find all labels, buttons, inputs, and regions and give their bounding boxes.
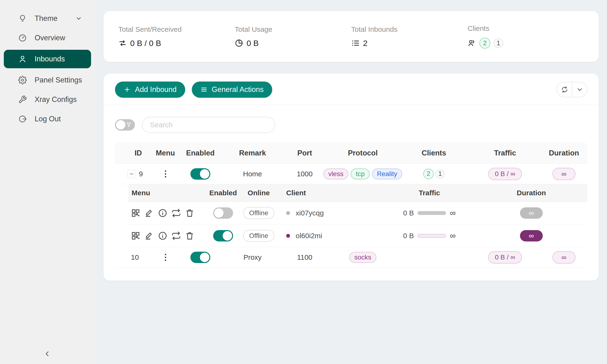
toolbar: Add Inbound General Actions	[104, 81, 599, 98]
client-row-ol60i2mi[interactable]: Offline ol60i2mi 0 B ∞ ∞	[128, 224, 587, 247]
dashboard-icon	[18, 34, 27, 42]
info-icon[interactable]	[158, 231, 168, 241]
toolbar-divider	[104, 105, 599, 105]
sidebar-collapse-button[interactable]	[43, 350, 52, 358]
list-icon	[351, 39, 360, 47]
search-row	[115, 117, 587, 133]
column-header-protocol: Protocol	[327, 149, 398, 157]
inbounds-card: Add Inbound General Actions	[104, 74, 599, 281]
traffic-progress-bar	[418, 211, 446, 215]
duration-pill: ∞	[553, 168, 575, 180]
stat-total-usage: Total Usage 0 B	[235, 25, 351, 48]
toggle-knob	[223, 231, 232, 241]
filter-toggle[interactable]	[115, 119, 135, 130]
users-icon	[468, 39, 476, 47]
client-name: ol60i2mi	[296, 232, 322, 240]
sidebar-item-label: Theme	[35, 14, 57, 23]
sidebar-item-overview[interactable]: Overview	[4, 30, 91, 46]
inbound-table-header: ID Menu Enabled Remark Port Protocol Cli…	[115, 143, 587, 164]
reset-traffic-icon[interactable]	[171, 208, 181, 218]
traffic-cap: ∞	[450, 208, 455, 218]
client-status-dot	[286, 211, 290, 215]
client-enabled-toggle[interactable]	[213, 207, 233, 219]
sidebar-item-theme[interactable]: Theme	[4, 11, 91, 26]
duration-pill: ∞	[553, 251, 575, 263]
add-inbound-label: Add Inbound	[135, 85, 177, 94]
inbound-enabled-toggle[interactable]	[190, 252, 210, 263]
column-header-online: Online	[242, 189, 275, 197]
clients-disabled-badge: 1	[494, 39, 503, 48]
inbound-port: 1100	[282, 253, 327, 261]
column-header-duration: Duration	[489, 189, 574, 197]
delete-icon[interactable]	[185, 231, 195, 241]
client-enabled-toggle[interactable]	[213, 230, 233, 242]
column-header-duration: Duration	[541, 149, 587, 157]
sidebar-item-label: Panel Settings	[35, 76, 82, 84]
toggle-knob	[116, 120, 125, 130]
person-icon	[18, 55, 27, 63]
client-name: xi07ycqg	[296, 209, 324, 217]
column-header-client: Client	[275, 189, 370, 197]
stat-value: 0 B	[247, 39, 259, 48]
inbound-remark: Home	[223, 170, 282, 178]
plus-icon	[123, 86, 131, 93]
stat-total-sent-received: Total Sent/Received 0 B / 0 B	[118, 25, 235, 48]
protocol-tag-reality: Reality	[372, 169, 402, 179]
sidebar-item-label: Inbounds	[35, 55, 65, 63]
toggle-knob	[200, 253, 209, 262]
column-header-menu: Menu	[128, 189, 204, 197]
online-status-badge: Offline	[243, 207, 274, 219]
inbound-id: 10	[131, 253, 139, 261]
reset-traffic-icon[interactable]	[171, 231, 181, 241]
funnel-icon	[126, 122, 132, 128]
client-row-xi07ycqg[interactable]: Offline xi07ycqg 0 B ∞ ∞	[128, 202, 587, 224]
sidebar-item-inbounds[interactable]: Inbounds	[4, 50, 91, 68]
sidebar-item-label: Overview	[35, 34, 65, 42]
sidebar-item-label: Xray Configs	[35, 95, 77, 104]
stat-value: 2	[363, 39, 368, 48]
column-header-port: Port	[282, 149, 327, 157]
sidebar-item-log-out[interactable]: Log Out	[4, 111, 91, 127]
info-icon[interactable]	[158, 208, 168, 218]
pie-chart-icon	[235, 39, 243, 47]
sidebar-item-panel-settings[interactable]: Panel Settings	[4, 73, 91, 88]
general-actions-button[interactable]: General Actions	[192, 81, 272, 98]
stat-total-inbounds: Total Inbounds 2	[351, 25, 468, 48]
inbound-table: ID Menu Enabled Remark Port Protocol Cli…	[115, 143, 587, 268]
column-header-clients: Clients	[398, 149, 469, 157]
clients-disabled-badge: 1	[435, 169, 445, 179]
inbound-row-9[interactable]: 9 Home 1000 vless tcp Reality 2 1	[115, 164, 587, 184]
client-subtable: Menu Enabled Online Client Traffic Durat…	[128, 184, 587, 247]
collapse-row-button[interactable]	[127, 169, 136, 179]
hamburger-icon	[200, 86, 208, 93]
column-header-traffic: Traffic	[469, 149, 541, 157]
inbound-enabled-toggle[interactable]	[190, 168, 210, 180]
traffic-cap: ∞	[450, 231, 455, 240]
client-duration-button[interactable]: ∞	[520, 207, 543, 219]
refresh-button-group	[556, 82, 587, 97]
edit-icon[interactable]	[144, 208, 154, 218]
add-inbound-button[interactable]: Add Inbound	[115, 81, 185, 98]
general-actions-label: General Actions	[212, 85, 264, 94]
column-header-enabled: Enabled	[204, 189, 242, 197]
client-duration-button[interactable]: ∞	[520, 230, 543, 242]
refresh-dropdown-button[interactable]	[572, 82, 587, 97]
stat-label: Clients	[468, 25, 584, 32]
edit-icon[interactable]	[144, 231, 154, 241]
stat-value: 0 B / 0 B	[130, 39, 161, 48]
row-menu-button[interactable]	[163, 169, 168, 179]
main-content: Total Sent/Received 0 B / 0 B Total Usag…	[95, 0, 607, 364]
stat-label: Total Usage	[235, 25, 351, 33]
delete-icon[interactable]	[185, 208, 195, 218]
row-menu-button[interactable]	[163, 252, 168, 262]
qr-code-icon[interactable]	[131, 231, 141, 241]
client-table-header: Menu Enabled Online Client Traffic Durat…	[128, 184, 587, 202]
protocol-tag-tcp: tcp	[351, 169, 369, 179]
sidebar-item-xray-configs[interactable]: Xray Configs	[4, 92, 91, 107]
inbound-id: 9	[139, 170, 143, 178]
inbound-row-10[interactable]: 10 Proxy 1100 socks 0 B / ∞ ∞	[115, 247, 587, 268]
search-input[interactable]	[142, 117, 275, 133]
sidebar-item-label: Log Out	[35, 115, 61, 123]
refresh-button[interactable]	[557, 82, 572, 97]
qr-code-icon[interactable]	[131, 208, 141, 218]
